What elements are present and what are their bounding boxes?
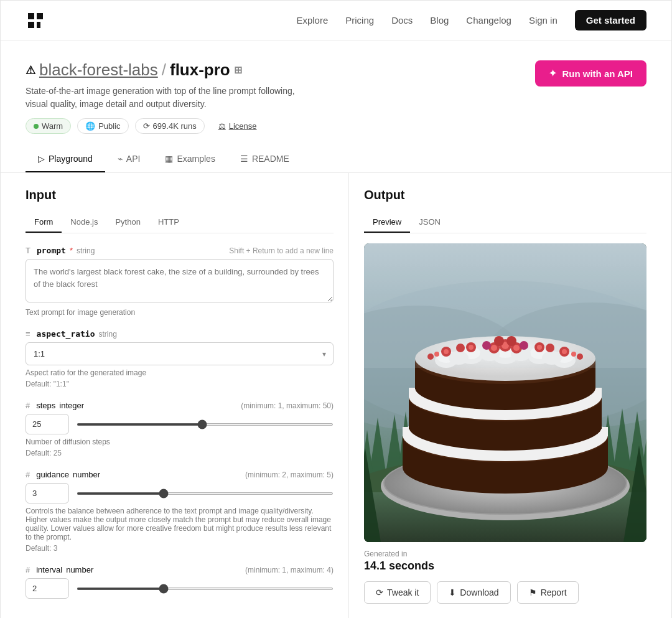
prompt-field-name: prompt bbox=[37, 246, 66, 255]
nav-links: Explore Pricing Docs Blog Changelog Sign… bbox=[296, 10, 646, 30]
input-panel: Input Form Node.js Python HTTP T prompt … bbox=[26, 173, 349, 618]
interval-number-input[interactable] bbox=[26, 578, 69, 599]
tab-examples[interactable]: ▦ Examples bbox=[152, 146, 227, 172]
aspect-ratio-label-row: ≡ aspect_ratio string bbox=[26, 329, 334, 339]
run-api-label: Run with an API bbox=[562, 68, 633, 79]
guidance-field-name: guidance bbox=[36, 470, 69, 479]
download-label: Download bbox=[460, 588, 498, 597]
interval-controls bbox=[26, 578, 334, 599]
aspect-ratio-select[interactable]: 1:1 16:9 4:3 3:2 9:16 bbox=[26, 342, 334, 365]
steps-field-name: steps bbox=[36, 401, 55, 410]
badge-license-label: License bbox=[229, 121, 257, 131]
gen-info: Generated in 14.1 seconds bbox=[364, 550, 646, 573]
steps-number-input[interactable] bbox=[26, 414, 69, 434]
steps-description: Number of diffusion steps bbox=[26, 438, 334, 446]
api-icon: ⌁ bbox=[118, 154, 123, 164]
prompt-description: Text prompt for image generation bbox=[26, 308, 334, 317]
gen-time: 14.1 seconds bbox=[364, 559, 646, 573]
output-actions: ⟳ Tweak it ⬇ Download ⚑ Report bbox=[364, 581, 646, 604]
nav-changelog[interactable]: Changelog bbox=[466, 15, 511, 26]
guidance-field-group: # guidance number (minimum: 2, maximum: … bbox=[26, 470, 334, 553]
badge-warm: Warm bbox=[26, 118, 71, 134]
interval-label-row: # interval number (minimum: 1, maximum: … bbox=[26, 565, 334, 574]
guidance-controls bbox=[26, 483, 334, 503]
steps-field-group: # steps integer (minimum: 1, maximum: 50… bbox=[26, 401, 334, 457]
steps-label-left: # steps integer bbox=[26, 401, 84, 410]
aspect-ratio-select-wrapper: 1:1 16:9 4:3 3:2 9:16 ▾ bbox=[26, 342, 334, 365]
navbar: Explore Pricing Docs Blog Changelog Sign… bbox=[1, 1, 671, 40]
tab-examples-label: Examples bbox=[177, 154, 215, 164]
aspect-ratio-field-group: ≡ aspect_ratio string 1:1 16:9 4:3 3:2 9… bbox=[26, 329, 334, 388]
logo[interactable] bbox=[26, 11, 45, 30]
examples-icon: ▦ bbox=[165, 154, 173, 164]
guidance-type: number bbox=[73, 470, 100, 479]
guidance-description: Controls the balance between adherence t… bbox=[26, 507, 334, 541]
prompt-input[interactable] bbox=[26, 259, 334, 302]
readme-icon: ☰ bbox=[240, 154, 248, 164]
license-icon: ⚖ bbox=[218, 121, 226, 131]
aspect-ratio-default: Default: "1:1" bbox=[26, 380, 334, 388]
expand-icon[interactable]: ⊞ bbox=[234, 64, 242, 76]
guidance-slider[interactable] bbox=[77, 492, 334, 495]
subtab-form[interactable]: Form bbox=[26, 212, 62, 233]
header-description: State-of-the-art image generation with t… bbox=[26, 85, 312, 111]
guidance-number-input[interactable] bbox=[26, 483, 69, 503]
tab-readme-label: README bbox=[252, 154, 289, 164]
sparkle-icon: ✦ bbox=[549, 68, 557, 79]
steps-range: (minimum: 1, maximum: 50) bbox=[241, 401, 334, 410]
interval-field-group: # interval number (minimum: 1, maximum: … bbox=[26, 565, 334, 599]
svg-rect-2 bbox=[28, 22, 34, 28]
badge-runs-label: 699.4K runs bbox=[153, 121, 197, 131]
nav-docs[interactable]: Docs bbox=[391, 15, 413, 26]
run-api-button[interactable]: ✦ Run with an API bbox=[535, 60, 646, 87]
badge-public-label: Public bbox=[98, 121, 120, 131]
aspect-ratio-field-name: aspect_ratio bbox=[37, 329, 95, 339]
tab-playground[interactable]: ▷ Playground bbox=[26, 146, 105, 172]
input-subtabs: Form Node.js Python HTTP bbox=[26, 212, 334, 233]
aspect-ratio-type: string bbox=[99, 330, 117, 339]
output-subtab-preview[interactable]: Preview bbox=[364, 212, 410, 233]
warm-dot bbox=[34, 124, 39, 129]
output-subtabs: Preview JSON bbox=[364, 212, 646, 233]
org-link[interactable]: black-forest-labs bbox=[39, 60, 158, 80]
tab-api[interactable]: ⌁ API bbox=[105, 146, 153, 172]
separator: / bbox=[162, 60, 166, 80]
tab-readme[interactable]: ☰ README bbox=[228, 146, 302, 172]
nav-blog[interactable]: Blog bbox=[430, 15, 449, 26]
steps-controls bbox=[26, 414, 334, 434]
nav-pricing[interactable]: Pricing bbox=[345, 15, 374, 26]
download-button[interactable]: ⬇ Download bbox=[437, 581, 510, 604]
repo-name: flux-pro bbox=[170, 60, 230, 80]
output-subtab-json[interactable]: JSON bbox=[410, 212, 449, 233]
download-icon: ⬇ bbox=[449, 588, 456, 597]
prompt-hint: Shift + Return to add a new line bbox=[229, 246, 334, 255]
interval-slider[interactable] bbox=[77, 588, 334, 590]
tab-api-label: API bbox=[126, 154, 141, 164]
tweak-it-button[interactable]: ⟳ Tweak it bbox=[364, 581, 431, 604]
input-title: Input bbox=[26, 188, 334, 202]
report-button[interactable]: ⚑ Report bbox=[517, 581, 579, 604]
prompt-label-row: T prompt * string Shift + Return to add … bbox=[26, 246, 334, 255]
badge-public: 🌐 Public bbox=[77, 118, 128, 134]
steps-slider[interactable] bbox=[77, 423, 334, 426]
guidance-label-row: # guidance number (minimum: 2, maximum: … bbox=[26, 470, 334, 479]
badge-license[interactable]: ⚖ License bbox=[211, 119, 264, 133]
subtab-python[interactable]: Python bbox=[106, 212, 149, 233]
signin-link[interactable]: Sign in bbox=[529, 15, 558, 26]
interval-field-name: interval bbox=[36, 565, 62, 574]
guidance-label-left: # guidance number bbox=[26, 470, 100, 479]
subtab-nodejs[interactable]: Node.js bbox=[62, 212, 106, 233]
output-panel: Output Preview JSON bbox=[349, 173, 646, 618]
svg-rect-1 bbox=[37, 13, 43, 19]
get-started-button[interactable]: Get started bbox=[575, 10, 646, 30]
prompt-type: string bbox=[77, 246, 95, 255]
steps-prefix-icon: # bbox=[26, 401, 30, 410]
page-tabs: ▷ Playground ⌁ API ▦ Examples ☰ README bbox=[1, 146, 671, 173]
output-image bbox=[364, 243, 646, 542]
header-badges: Warm 🌐 Public ⟳ 699.4K runs ⚖ License bbox=[26, 118, 312, 134]
nav-explore[interactable]: Explore bbox=[296, 15, 328, 26]
subtab-http[interactable]: HTTP bbox=[149, 212, 188, 233]
svg-rect-0 bbox=[28, 13, 34, 19]
prompt-type-icon: T bbox=[26, 246, 30, 255]
aspect-ratio-prefix-icon: ≡ bbox=[26, 329, 30, 339]
